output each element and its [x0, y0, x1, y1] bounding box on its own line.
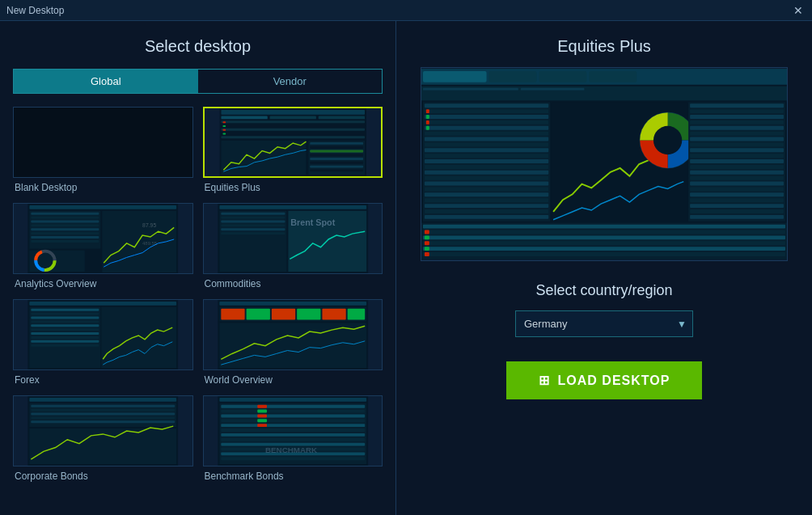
svg-rect-59	[31, 313, 99, 315]
svg-rect-138	[425, 187, 548, 191]
svg-rect-105	[257, 414, 267, 417]
svg-rect-61	[31, 320, 99, 323]
svg-rect-160	[690, 171, 784, 175]
svg-rect-166	[690, 204, 784, 208]
svg-rect-125	[426, 120, 429, 125]
svg-rect-60	[31, 317, 99, 319]
svg-rect-165	[690, 198, 784, 202]
svg-rect-137	[425, 182, 548, 186]
tab-vendor[interactable]: Vendor	[198, 70, 383, 93]
desktop-item-corporate[interactable]: Corporate Bonds	[13, 395, 193, 482]
desktop-label-blank: Blank Desktop	[13, 182, 193, 193]
left-panel-title: Select desktop	[13, 37, 383, 56]
desktop-item-equities-plus[interactable]: Equities Plus	[203, 107, 383, 193]
svg-rect-72	[221, 309, 244, 320]
close-button[interactable]: ✕	[791, 3, 806, 18]
desktop-label-equities-plus: Equities Plus	[203, 182, 383, 193]
svg-rect-152	[690, 126, 784, 130]
svg-rect-129	[425, 137, 548, 141]
desktop-item-world[interactable]: World Overview	[203, 299, 383, 386]
svg-rect-177	[425, 235, 429, 239]
svg-rect-130	[425, 142, 548, 146]
country-section: Select country/region Germany United Sta…	[421, 282, 788, 337]
svg-rect-122	[425, 115, 548, 119]
svg-rect-142	[425, 209, 548, 213]
country-select[interactable]: Germany United States United Kingdom Fra…	[515, 310, 693, 337]
svg-rect-85	[31, 416, 175, 419]
load-desktop-label: LOAD DESKTOP	[558, 374, 670, 388]
svg-rect-92	[221, 410, 365, 413]
svg-rect-49	[221, 221, 285, 223]
svg-rect-65	[31, 336, 99, 339]
svg-rect-16	[310, 142, 363, 145]
svg-rect-167	[690, 209, 784, 213]
svg-rect-1	[221, 110, 365, 115]
desktop-thumbnail-equities-plus	[203, 107, 383, 178]
desktop-item-analytics[interactable]: 87.95 489.55 Analytics Overview	[13, 203, 193, 289]
svg-rect-98	[221, 438, 365, 441]
svg-rect-52	[221, 232, 285, 234]
svg-rect-86	[31, 420, 175, 423]
svg-rect-46	[219, 211, 286, 272]
tab-bar: Global Vendor	[13, 69, 383, 94]
svg-rect-66	[31, 340, 99, 343]
svg-rect-24	[310, 150, 363, 153]
desktop-label-world: World Overview	[203, 374, 383, 386]
svg-rect-156	[690, 148, 784, 152]
svg-rect-30	[31, 221, 99, 223]
svg-rect-19	[310, 154, 363, 156]
svg-rect-28	[31, 213, 99, 215]
desktop-thumbnail-commodities: Brent Spot	[203, 203, 383, 274]
svg-rect-5	[221, 120, 365, 123]
desktop-label-benchmark: Benchmark Bonds	[203, 471, 383, 482]
svg-rect-141	[425, 204, 548, 208]
svg-rect-119	[425, 103, 548, 108]
svg-rect-157	[690, 154, 784, 158]
svg-rect-32	[31, 228, 99, 230]
svg-rect-7	[221, 129, 365, 131]
svg-rect-159	[690, 165, 784, 169]
svg-rect-4	[318, 116, 364, 120]
desktop-item-forex[interactable]: Forex	[13, 299, 193, 386]
svg-rect-17	[310, 146, 363, 149]
svg-rect-29	[31, 217, 99, 219]
svg-rect-67	[31, 344, 99, 347]
svg-rect-102	[221, 457, 365, 460]
svg-rect-97	[221, 433, 365, 437]
svg-rect-103	[257, 405, 267, 408]
svg-rect-96	[221, 428, 365, 432]
svg-rect-151	[690, 120, 784, 125]
svg-rect-116	[423, 88, 518, 91]
svg-rect-33	[31, 232, 99, 234]
svg-rect-48	[221, 217, 285, 219]
svg-rect-50	[221, 224, 285, 226]
svg-rect-107	[257, 424, 267, 427]
desktop-item-blank[interactable]: Blank Desktop	[13, 107, 193, 193]
svg-rect-155	[690, 142, 784, 146]
desktop-item-commodities[interactable]: Brent Spot Commodities	[203, 203, 383, 289]
svg-rect-111	[423, 71, 487, 82]
tab-global[interactable]: Global	[14, 70, 198, 93]
desktop-thumbnail-corporate	[13, 395, 193, 466]
svg-rect-124	[425, 120, 548, 125]
preview-area	[421, 67, 788, 261]
svg-rect-134	[425, 165, 548, 169]
svg-rect-80	[29, 398, 176, 402]
svg-rect-84	[31, 413, 175, 416]
svg-rect-22	[310, 166, 363, 168]
svg-rect-174	[423, 247, 785, 251]
load-desktop-button[interactable]: ⊞ LOAD DESKTOP	[506, 361, 703, 399]
svg-rect-6	[221, 125, 365, 127]
svg-rect-63	[31, 328, 99, 331]
svg-rect-162	[690, 182, 784, 186]
svg-rect-128	[425, 132, 548, 136]
svg-rect-91	[221, 405, 365, 408]
svg-rect-153	[690, 132, 784, 136]
svg-rect-34	[31, 236, 99, 239]
svg-rect-127	[426, 126, 429, 130]
country-select-wrapper: Germany United States United Kingdom Fra…	[515, 310, 693, 337]
desktop-item-benchmark[interactable]: BENCHMARK Benchmark Bonds	[203, 395, 383, 482]
right-panel: Equities Plus	[396, 21, 812, 515]
svg-rect-175	[423, 252, 785, 256]
svg-rect-179	[425, 247, 429, 251]
